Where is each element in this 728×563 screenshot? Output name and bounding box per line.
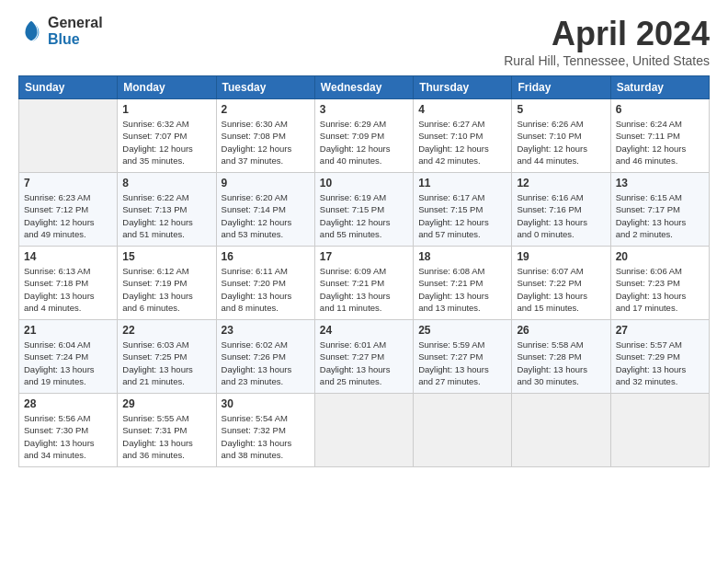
calendar-cell: 30Sunrise: 5:54 AM Sunset: 7:32 PM Dayli…	[216, 394, 314, 467]
calendar-cell: 14Sunrise: 6:13 AM Sunset: 7:18 PM Dayli…	[19, 247, 118, 320]
day-number: 26	[517, 324, 605, 337]
day-info: Sunrise: 6:06 AM Sunset: 7:23 PM Dayligh…	[616, 265, 704, 314]
day-info: Sunrise: 6:17 AM Sunset: 7:15 PM Dayligh…	[418, 191, 506, 240]
weekday-header-thursday: Thursday	[414, 76, 512, 99]
day-info: Sunrise: 6:01 AM Sunset: 7:27 PM Dayligh…	[320, 339, 408, 387]
day-number: 27	[616, 324, 704, 337]
weekday-header-sunday: Sunday	[19, 76, 118, 99]
day-number: 18	[418, 250, 506, 263]
day-info: Sunrise: 6:32 AM Sunset: 7:07 PM Dayligh…	[122, 118, 210, 167]
calendar-cell	[512, 394, 610, 467]
calendar-table: SundayMondayTuesdayWednesdayThursdayFrid…	[18, 75, 710, 467]
calendar-cell: 20Sunrise: 6:06 AM Sunset: 7:23 PM Dayli…	[610, 247, 709, 320]
day-info: Sunrise: 6:30 AM Sunset: 7:08 PM Dayligh…	[222, 118, 310, 167]
calendar-header-row: SundayMondayTuesdayWednesdayThursdayFrid…	[19, 76, 710, 99]
day-number: 5	[517, 103, 605, 116]
day-info: Sunrise: 6:27 AM Sunset: 7:10 PM Dayligh…	[418, 118, 506, 167]
day-info: Sunrise: 6:29 AM Sunset: 7:09 PM Dayligh…	[320, 118, 408, 167]
day-info: Sunrise: 5:54 AM Sunset: 7:32 PM Dayligh…	[222, 412, 310, 461]
calendar-cell: 9Sunrise: 6:20 AM Sunset: 7:14 PM Daylig…	[216, 173, 314, 247]
calendar-cell: 21Sunrise: 6:04 AM Sunset: 7:24 PM Dayli…	[19, 320, 118, 394]
day-number: 9	[222, 177, 310, 190]
logo-general-text: General	[48, 15, 103, 30]
day-info: Sunrise: 6:20 AM Sunset: 7:14 PM Dayligh…	[222, 191, 310, 240]
calendar-cell	[314, 394, 413, 467]
calendar-cell: 27Sunrise: 5:57 AM Sunset: 7:29 PM Dayli…	[610, 320, 709, 394]
calendar-cell: 5Sunrise: 6:26 AM Sunset: 7:10 PM Daylig…	[512, 99, 610, 173]
calendar-cell: 8Sunrise: 6:22 AM Sunset: 7:13 PM Daylig…	[118, 173, 216, 247]
day-number: 17	[320, 250, 408, 263]
day-number: 15	[122, 250, 210, 263]
day-number: 6	[616, 103, 704, 116]
weekday-header-friday: Friday	[512, 76, 610, 99]
calendar-week-row: 14Sunrise: 6:13 AM Sunset: 7:18 PM Dayli…	[19, 247, 710, 320]
calendar-cell: 11Sunrise: 6:17 AM Sunset: 7:15 PM Dayli…	[414, 173, 512, 247]
day-info: Sunrise: 5:59 AM Sunset: 7:27 PM Dayligh…	[418, 339, 506, 387]
calendar-cell: 28Sunrise: 5:56 AM Sunset: 7:30 PM Dayli…	[19, 394, 118, 467]
calendar-week-row: 28Sunrise: 5:56 AM Sunset: 7:30 PM Dayli…	[19, 394, 710, 467]
day-info: Sunrise: 6:07 AM Sunset: 7:22 PM Dayligh…	[517, 265, 605, 314]
day-info: Sunrise: 6:04 AM Sunset: 7:24 PM Dayligh…	[24, 339, 112, 387]
calendar-cell: 13Sunrise: 6:15 AM Sunset: 7:17 PM Dayli…	[610, 173, 709, 247]
day-info: Sunrise: 6:26 AM Sunset: 7:10 PM Dayligh…	[517, 118, 605, 167]
calendar-cell: 12Sunrise: 6:16 AM Sunset: 7:16 PM Dayli…	[512, 173, 610, 247]
day-number: 22	[122, 324, 210, 337]
day-number: 11	[418, 177, 506, 190]
calendar-cell: 2Sunrise: 6:30 AM Sunset: 7:08 PM Daylig…	[216, 99, 314, 173]
calendar-week-row: 7Sunrise: 6:23 AM Sunset: 7:12 PM Daylig…	[19, 173, 710, 247]
day-info: Sunrise: 6:11 AM Sunset: 7:20 PM Dayligh…	[222, 265, 310, 314]
day-info: Sunrise: 6:09 AM Sunset: 7:21 PM Dayligh…	[320, 265, 408, 314]
day-number: 3	[320, 103, 408, 116]
day-info: Sunrise: 5:55 AM Sunset: 7:31 PM Dayligh…	[122, 412, 210, 461]
day-number: 24	[320, 324, 408, 337]
day-info: Sunrise: 6:19 AM Sunset: 7:15 PM Dayligh…	[320, 191, 408, 240]
logo-blue-text: Blue	[48, 31, 80, 47]
day-number: 10	[320, 177, 408, 190]
day-number: 25	[418, 324, 506, 337]
day-info: Sunrise: 6:15 AM Sunset: 7:17 PM Dayligh…	[616, 191, 704, 240]
day-info: Sunrise: 6:12 AM Sunset: 7:19 PM Dayligh…	[122, 265, 210, 314]
calendar-cell: 25Sunrise: 5:59 AM Sunset: 7:27 PM Dayli…	[414, 320, 512, 394]
day-number: 2	[222, 103, 310, 116]
weekday-header-monday: Monday	[118, 76, 216, 99]
calendar-cell: 24Sunrise: 6:01 AM Sunset: 7:27 PM Dayli…	[314, 320, 413, 394]
day-info: Sunrise: 6:23 AM Sunset: 7:12 PM Dayligh…	[24, 191, 112, 240]
day-number: 21	[24, 324, 112, 337]
generalblue-logo-icon	[18, 18, 44, 44]
day-number: 12	[517, 177, 605, 190]
day-info: Sunrise: 6:13 AM Sunset: 7:18 PM Dayligh…	[24, 265, 112, 314]
weekday-header-wednesday: Wednesday	[314, 76, 413, 99]
day-number: 19	[517, 250, 605, 263]
calendar-cell	[19, 99, 118, 173]
day-number: 28	[24, 397, 112, 410]
calendar-week-row: 21Sunrise: 6:04 AM Sunset: 7:24 PM Dayli…	[19, 320, 710, 394]
calendar-cell: 29Sunrise: 5:55 AM Sunset: 7:31 PM Dayli…	[118, 394, 216, 467]
day-number: 8	[122, 177, 210, 190]
calendar-cell	[414, 394, 512, 467]
day-number: 14	[24, 250, 112, 263]
day-info: Sunrise: 6:24 AM Sunset: 7:11 PM Dayligh…	[616, 118, 704, 167]
calendar-cell: 4Sunrise: 6:27 AM Sunset: 7:10 PM Daylig…	[414, 99, 512, 173]
day-info: Sunrise: 6:02 AM Sunset: 7:26 PM Dayligh…	[222, 339, 310, 387]
calendar-cell: 17Sunrise: 6:09 AM Sunset: 7:21 PM Dayli…	[314, 247, 413, 320]
weekday-header-saturday: Saturday	[610, 76, 709, 99]
calendar-cell: 22Sunrise: 6:03 AM Sunset: 7:25 PM Dayli…	[118, 320, 216, 394]
day-number: 1	[122, 103, 210, 116]
day-number: 16	[222, 250, 310, 263]
calendar-cell: 19Sunrise: 6:07 AM Sunset: 7:22 PM Dayli…	[512, 247, 610, 320]
day-number: 23	[222, 324, 310, 337]
calendar-cell: 15Sunrise: 6:12 AM Sunset: 7:19 PM Dayli…	[118, 247, 216, 320]
day-number: 30	[222, 397, 310, 410]
page-header: General Blue April 2024 Rural Hill, Tenn…	[18, 15, 710, 68]
day-info: Sunrise: 5:57 AM Sunset: 7:29 PM Dayligh…	[616, 339, 704, 387]
weekday-header-tuesday: Tuesday	[216, 76, 314, 99]
calendar-cell: 6Sunrise: 6:24 AM Sunset: 7:11 PM Daylig…	[610, 99, 709, 173]
day-info: Sunrise: 6:22 AM Sunset: 7:13 PM Dayligh…	[122, 191, 210, 240]
calendar-week-row: 1Sunrise: 6:32 AM Sunset: 7:07 PM Daylig…	[19, 99, 710, 173]
day-number: 13	[616, 177, 704, 190]
day-info: Sunrise: 5:58 AM Sunset: 7:28 PM Dayligh…	[517, 339, 605, 387]
day-number: 7	[24, 177, 112, 190]
month-year-title: April 2024	[504, 15, 710, 53]
day-number: 29	[122, 397, 210, 410]
title-area: April 2024 Rural Hill, Tennessee, United…	[504, 15, 710, 68]
